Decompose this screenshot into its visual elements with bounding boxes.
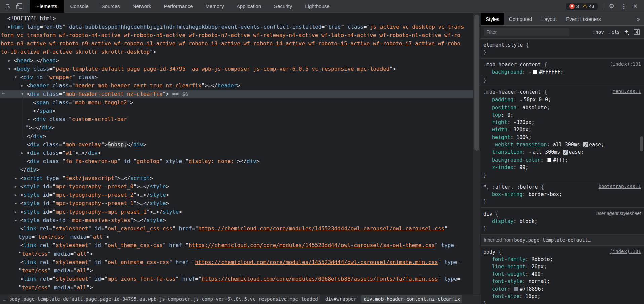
css-declaration[interactable]: font-weight: 400; bbox=[483, 270, 641, 278]
collapsed-twisty-icon[interactable]: ▶ bbox=[15, 216, 17, 224]
device-toolbar-icon[interactable] bbox=[15, 2, 24, 10]
dom-tree-row[interactable]: ▶<style id="mpc-typography--preset_1">…<… bbox=[0, 199, 473, 207]
collapsed-twisty-icon[interactable]: ▶ bbox=[15, 199, 17, 207]
more-tabs-chevron-icon[interactable]: » bbox=[633, 13, 644, 25]
dom-tree-row[interactable]: ▶<style id="mpc-typography--preset_2">…<… bbox=[0, 191, 473, 199]
dom-tree-row[interactable]: ▼<body class="page-template-default page… bbox=[0, 65, 473, 73]
stylesheet-source-link[interactable]: bootstrap.css:1 bbox=[599, 184, 641, 189]
dom-tree-row[interactable]: type="text/css" media="all"> bbox=[0, 233, 473, 241]
toggle-class-button[interactable]: .cls bbox=[609, 29, 620, 35]
css-property-name[interactable]: color bbox=[492, 286, 507, 292]
expanded-twisty-icon[interactable]: ▼ bbox=[15, 73, 17, 81]
css-declaration[interactable]: height: 100%; bbox=[483, 134, 641, 141]
css-property-name[interactable]: transition bbox=[492, 149, 522, 155]
collapsed-twisty-icon[interactable]: ▶ bbox=[8, 56, 10, 65]
more-options-icon[interactable]: ⋮ bbox=[618, 0, 630, 13]
sidebar-tab-computed[interactable]: Computed bbox=[504, 13, 537, 25]
stylesheet-source-link[interactable]: menu.css:1 bbox=[613, 89, 641, 94]
color-swatch[interactable] bbox=[533, 70, 537, 74]
css-declaration[interactable]: position: absolute; bbox=[483, 104, 641, 111]
css-property-name[interactable]: line-height bbox=[492, 264, 525, 270]
breadcrumb-item[interactable]: body.page-template-default.page.page-id-… bbox=[10, 295, 320, 303]
dom-tree-row[interactable]: ▶<style data-id="mpc-massive-styles">…</… bbox=[0, 216, 473, 224]
css-declaration[interactable]: box-sizing: border-box; bbox=[483, 191, 641, 198]
dom-tree-row[interactable]: <!DOCTYPE html> bbox=[0, 14, 473, 23]
css-property-name[interactable]: -webkit-transition bbox=[492, 142, 547, 148]
dom-tree-row[interactable]: <link rel="stylesheet" id="owl_theme_css… bbox=[0, 241, 473, 250]
css-declaration[interactable]: color: #7f8896; bbox=[483, 285, 641, 293]
dom-tree-row[interactable]: <link rel="stylesheet" id="owl_animate_c… bbox=[0, 258, 473, 266]
dom-tree-row[interactable]: ">…</div> bbox=[0, 123, 473, 132]
stylesheet-href-link[interactable]: https://chemicloud.com/core/modules/0968… bbox=[201, 276, 438, 282]
tab-memory[interactable]: Memory bbox=[199, 0, 230, 13]
dom-tree-row[interactable]: ▼<div id="wrapper" class> bbox=[0, 73, 473, 81]
dom-tree-row[interactable]: <link rel="stylesheet" id="mpc_icons_fon… bbox=[0, 275, 473, 283]
elements-scrollbar-thumb[interactable] bbox=[474, 15, 479, 151]
dom-tree-row[interactable]: <div class="mob-overlay">&nbsp;</div> bbox=[0, 140, 473, 149]
collapsed-twisty-icon[interactable]: ▶ bbox=[21, 149, 23, 157]
new-style-rule-button[interactable]: +▾ bbox=[624, 28, 630, 36]
color-swatch[interactable] bbox=[514, 287, 518, 291]
css-property-name[interactable]: top bbox=[492, 112, 501, 118]
dom-tree-row[interactable]: ▶<header class="header mob-header cart-t… bbox=[0, 81, 473, 90]
css-declaration[interactable]: transition: ▸all 300ms ease; bbox=[483, 148, 641, 156]
settings-gear-icon[interactable]: ⚙ bbox=[606, 0, 618, 13]
css-declaration[interactable]: line-height: 26px; bbox=[483, 263, 641, 270]
dom-tree-row[interactable]: <span class="mob-menu-toggle2"> bbox=[0, 98, 473, 107]
stylesheet-href-link[interactable]: https://chemicloud.com/core/modules/1455… bbox=[198, 225, 444, 232]
computed-sidebar-toggle-icon[interactable] bbox=[634, 29, 640, 35]
stylesheet-href-link[interactable]: https://chemicloud.com/core/modules/1455… bbox=[195, 259, 438, 265]
dom-tree-row[interactable]: <html lang="en-US" data-bubblesppbfhhgcd… bbox=[0, 23, 473, 31]
styles-filter-input[interactable]: Filter bbox=[484, 28, 569, 36]
expand-shorthand-icon[interactable]: ▸ bbox=[529, 150, 531, 155]
css-property-name[interactable]: font-size bbox=[492, 293, 519, 299]
css-property-name[interactable]: position bbox=[492, 105, 516, 111]
css-declaration[interactable]: right: -320px; bbox=[483, 119, 641, 126]
dom-tree-row[interactable]: "text/css" media="all"> bbox=[0, 266, 473, 275]
sidebar-tab-event-listeners[interactable]: Event Listeners bbox=[561, 13, 605, 25]
dom-tree-row-selected[interactable]: ⋯▼<div class="mob-header-content nz-clea… bbox=[0, 90, 473, 98]
dom-tree-row[interactable]: "text/css" media="all"> bbox=[0, 283, 473, 292]
expanded-twisty-icon[interactable]: ▼ bbox=[21, 90, 23, 98]
tab-console[interactable]: Console bbox=[64, 0, 95, 13]
toggle-hover-state-button[interactable]: :hov bbox=[593, 29, 604, 35]
dom-tree-row[interactable]: ▶<div class="w1">…</div> bbox=[0, 149, 473, 157]
cubic-bezier-icon[interactable] bbox=[563, 150, 568, 155]
sidebar-tab-layout[interactable]: Layout bbox=[537, 13, 561, 25]
collapsed-twisty-icon[interactable]: ▶ bbox=[15, 182, 17, 191]
styles-scrollbar-thumb[interactable] bbox=[640, 136, 643, 151]
css-declaration[interactable]: width: 320px; bbox=[483, 126, 641, 134]
inherited-from-node-link[interactable]: body.page-template-default… bbox=[514, 237, 591, 243]
dom-tree-row[interactable]: ▶<style id="mpc-typography--preset_0">…<… bbox=[0, 182, 473, 191]
expand-shorthand-icon[interactable]: ▸ bbox=[520, 98, 522, 102]
css-property-name[interactable]: font-weight bbox=[492, 271, 525, 277]
tab-security[interactable]: Security bbox=[268, 0, 298, 13]
breadcrumb-overflow-icon[interactable]: … bbox=[0, 296, 10, 302]
dom-tree-row[interactable]: to-i9-active wf-active skrollr skrollr-d… bbox=[0, 48, 473, 56]
rule-selector[interactable]: element.style { bbox=[483, 41, 641, 49]
dom-tree-row[interactable]: ▶<style id="mpc-typography--mpc_preset_1… bbox=[0, 207, 473, 216]
sidebar-tab-styles[interactable]: Styles bbox=[481, 13, 504, 25]
collapsed-twisty-icon[interactable]: ▶ bbox=[15, 191, 17, 199]
dom-tree-row[interactable]: ▶<div class="custom-scroll-bar bbox=[0, 115, 473, 123]
css-property-name[interactable]: right bbox=[492, 119, 507, 125]
css-property-name[interactable]: font-style bbox=[492, 278, 522, 284]
css-declaration[interactable]: padding: ▸50px 0 0; bbox=[483, 96, 641, 104]
dom-tree-row[interactable]: <div class="fa fa-chevron-up" id="gotoTo… bbox=[0, 157, 473, 165]
tab-sources[interactable]: Sources bbox=[95, 0, 126, 13]
collapsed-twisty-icon[interactable]: ▶ bbox=[15, 174, 17, 182]
dom-tree-row[interactable]: form vc_transform wf-roboto-n4-active wf… bbox=[0, 31, 473, 39]
collapsed-twisty-icon[interactable]: ▶ bbox=[15, 207, 17, 216]
breadcrumb-item[interactable]: div#wrapper bbox=[323, 295, 359, 303]
node-options-dots-icon[interactable]: ⋯ bbox=[2, 90, 5, 98]
cubic-bezier-icon[interactable] bbox=[583, 142, 588, 147]
elements-scrollbar[interactable] bbox=[473, 13, 480, 294]
css-declaration[interactable]: top: 0; bbox=[483, 111, 641, 119]
css-property-name[interactable]: font-family bbox=[492, 256, 525, 262]
dom-tree-row[interactable]: ▶<script type="text/javascript">…</scrip… bbox=[0, 174, 473, 182]
expanded-twisty-icon[interactable]: ▼ bbox=[8, 65, 10, 73]
tab-elements[interactable]: Elements bbox=[30, 0, 64, 13]
css-property-name[interactable]: z-index bbox=[492, 164, 513, 170]
tab-lighthouse[interactable]: Lighthouse bbox=[298, 0, 336, 13]
css-declaration[interactable]: background-color: #fff; bbox=[483, 156, 641, 164]
